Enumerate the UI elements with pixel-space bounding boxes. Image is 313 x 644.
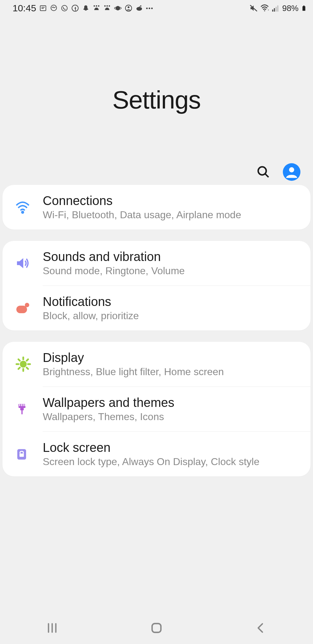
navigation-bar — [0, 613, 313, 644]
settings-group-1: Connections Wi-Fi, Bluetooth, Data usage… — [3, 185, 310, 230]
item-text: Lock screen Screen lock type, Always On … — [43, 441, 301, 468]
home-button[interactable] — [137, 615, 176, 642]
svg-point-32 — [22, 211, 23, 213]
svg-rect-33 — [16, 306, 27, 313]
item-subtitle: Brightness, Blue light filter, Home scre… — [43, 366, 301, 378]
svg-rect-25 — [277, 5, 278, 12]
svg-line-29 — [265, 174, 269, 177]
settings-group-2: Sounds and vibration Sound mode, Rington… — [3, 241, 310, 330]
item-subtitle: Block, allow, prioritize — [43, 310, 301, 322]
svg-rect-8 — [98, 5, 99, 7]
status-right: + 98% — [250, 3, 307, 13]
item-title: Connections — [43, 194, 301, 208]
notifications-icon-wrap — [15, 301, 43, 316]
planet-icon — [114, 4, 122, 12]
svg-point-28 — [258, 167, 266, 175]
account-icon — [283, 163, 300, 181]
item-text: Display Brightness, Blue light filter, H… — [43, 351, 301, 378]
search-icon — [256, 165, 270, 179]
item-subtitle: Wi-Fi, Bluetooth, Data usage, Airplane m… — [43, 209, 301, 221]
svg-rect-9 — [104, 5, 106, 7]
item-subtitle: Sound mode, Ringtone, Volume — [43, 265, 301, 277]
svg-rect-6 — [94, 5, 95, 7]
mute-icon — [250, 4, 258, 12]
settings-item-notifications[interactable]: Notifications Block, allow, prioritize — [3, 286, 310, 330]
svg-rect-27 — [303, 6, 305, 6]
svg-rect-7 — [96, 5, 97, 7]
header-actions — [256, 163, 300, 182]
search-button[interactable] — [256, 165, 270, 180]
status-notification-icons — [39, 4, 153, 12]
connections-icon-wrap — [15, 200, 43, 215]
svg-line-43 — [27, 359, 28, 361]
app-icon-1 — [93, 4, 100, 12]
wifi-icon — [15, 200, 30, 215]
back-button[interactable] — [242, 615, 280, 641]
svg-rect-24 — [276, 7, 277, 12]
settings-group-3: Display Brightness, Blue light filter, H… — [3, 342, 310, 476]
svg-point-4 — [62, 5, 67, 11]
app-icon-2 — [103, 4, 111, 12]
snapchat-icon — [82, 4, 90, 12]
messenger-icon — [50, 4, 58, 12]
item-subtitle: Screen lock type, Always On Display, Clo… — [43, 456, 301, 468]
svg-point-35 — [20, 361, 27, 368]
svg-rect-23 — [274, 8, 275, 12]
paintbrush-icon — [15, 402, 29, 416]
item-text: Wallpapers and themes Wallpapers, Themes… — [43, 396, 301, 423]
item-title: Lock screen — [43, 441, 301, 455]
wallpapers-icon-wrap — [15, 402, 43, 416]
signal-icon — [272, 4, 280, 12]
facebook-icon — [71, 4, 79, 12]
header: Settings — [0, 15, 313, 185]
recents-icon — [46, 622, 58, 634]
settings-item-display[interactable]: Display Brightness, Blue light filter, H… — [3, 342, 310, 386]
svg-rect-50 — [19, 453, 24, 457]
status-bar: 10:45 + 98% — [0, 0, 313, 15]
item-title: Notifications — [43, 295, 301, 309]
person-circle-icon — [125, 4, 132, 12]
item-title: Display — [43, 351, 301, 365]
account-button[interactable] — [283, 163, 300, 182]
display-icon-wrap — [15, 356, 43, 372]
more-icon — [146, 8, 153, 9]
svg-rect-26 — [303, 6, 305, 11]
lockscreen-icon-wrap — [15, 447, 43, 461]
svg-rect-11 — [109, 5, 110, 7]
home-icon — [150, 621, 163, 635]
notification-badge-icon — [15, 301, 30, 316]
status-left: 10:45 — [13, 3, 153, 14]
svg-line-42 — [19, 368, 20, 369]
svg-point-20 — [264, 10, 265, 11]
settings-item-sounds[interactable]: Sounds and vibration Sound mode, Rington… — [3, 241, 310, 286]
item-subtitle: Wallpapers, Themes, Icons — [43, 411, 301, 423]
speaker-icon — [15, 256, 30, 271]
settings-item-lockscreen[interactable]: Lock screen Screen lock type, Always On … — [3, 432, 310, 476]
settings-item-wallpapers[interactable]: Wallpapers and themes Wallpapers, Themes… — [3, 387, 310, 431]
svg-line-40 — [19, 359, 20, 361]
page-title: Settings — [112, 86, 200, 114]
viber-icon — [61, 4, 68, 12]
svg-point-12 — [116, 6, 120, 10]
reddit-icon — [135, 4, 143, 12]
svg-line-41 — [27, 368, 28, 369]
battery-percent: 98% — [282, 3, 299, 13]
svg-point-31 — [289, 167, 294, 172]
brightness-icon — [15, 356, 31, 372]
wifi-icon: + — [260, 4, 269, 13]
battery-icon — [301, 4, 307, 13]
svg-point-34 — [25, 303, 29, 307]
svg-rect-22 — [272, 9, 273, 12]
svg-rect-54 — [152, 624, 161, 632]
svg-point-15 — [128, 6, 129, 8]
item-text: Sounds and vibration Sound mode, Rington… — [43, 250, 301, 277]
settings-item-connections[interactable]: Connections Wi-Fi, Bluetooth, Data usage… — [3, 185, 310, 230]
sounds-icon-wrap — [15, 256, 43, 271]
item-text: Connections Wi-Fi, Bluetooth, Data usage… — [43, 194, 301, 221]
item-text: Notifications Block, allow, prioritize — [43, 295, 301, 322]
item-title: Sounds and vibration — [43, 250, 301, 264]
recents-button[interactable] — [33, 615, 71, 641]
svg-rect-10 — [107, 5, 108, 7]
item-title: Wallpapers and themes — [43, 396, 301, 410]
svg-text:+: + — [267, 8, 269, 12]
